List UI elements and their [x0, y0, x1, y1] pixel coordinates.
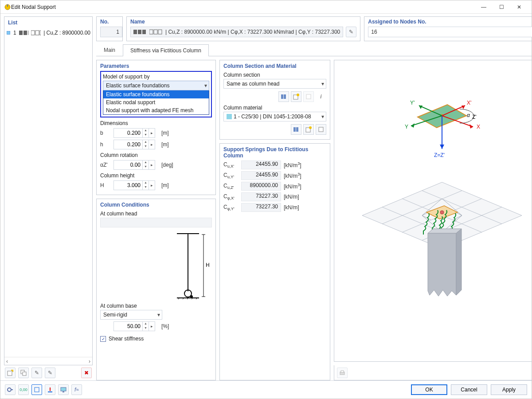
- h-step[interactable]: ▸: [149, 140, 155, 149]
- support-icon: [47, 387, 53, 393]
- tab-stiffness[interactable]: Stiffness via Fictitious Column: [123, 44, 209, 56]
- svg-rect-16: [154, 30, 157, 34]
- edit-button-1[interactable]: ✎: [31, 368, 42, 378]
- model-option-1[interactable]: Elastic nodal support: [103, 98, 209, 106]
- delete-icon: ✖: [84, 370, 89, 376]
- svg-rect-9: [8, 371, 12, 376]
- edit-name-button[interactable]: ✎: [346, 27, 356, 37]
- view-3-button[interactable]: [58, 384, 69, 395]
- tabs: Main Stiffness via Fictitious Column: [96, 44, 532, 56]
- delete-item-button[interactable]: ✖: [81, 368, 92, 378]
- spring-row: Cu,Z' 8900000.00 [kN/m3]: [223, 182, 326, 191]
- h-spinner[interactable]: ▲▼: [143, 140, 149, 149]
- base-condition-combo[interactable]: Semi-rigid ▾: [100, 310, 162, 320]
- model-option-2[interactable]: Nodal support with adapted FE mesh: [103, 106, 209, 114]
- base-pct-spinner[interactable]: ▲▼: [143, 321, 149, 331]
- close-button[interactable]: ✕: [510, 1, 528, 13]
- preview-print-button[interactable]: [337, 368, 348, 378]
- monitor-icon: [60, 387, 66, 393]
- apply-button[interactable]: Apply: [491, 384, 527, 395]
- svg-rect-17: [158, 30, 162, 34]
- base-pct-step[interactable]: ▸: [149, 321, 155, 331]
- az-unit: [deg]: [161, 162, 173, 168]
- constraint-icons-2: [31, 30, 41, 35]
- list-item-text: | Cu,Z : 8900000.00: [43, 30, 90, 36]
- parameters-title: Parameters: [100, 63, 212, 69]
- cs-edit-button: [303, 91, 314, 102]
- mat-edit-button[interactable]: [316, 124, 326, 135]
- conditions-section: Column Conditions At column head: [96, 199, 216, 380]
- support-fixity-icon: [6, 30, 11, 36]
- tab-main[interactable]: Main: [96, 44, 123, 56]
- H-unit: [m]: [161, 182, 169, 188]
- az-step[interactable]: ▸: [149, 160, 155, 170]
- list-item[interactable]: 1 | Cu,Z : 8900000.00: [6, 29, 90, 36]
- cs-library-button[interactable]: [278, 91, 289, 102]
- preview-3d[interactable]: X X' Y Y' Z=Z' αZ': [334, 60, 532, 362]
- b-step[interactable]: ▸: [149, 128, 155, 138]
- cs-new-button[interactable]: [291, 91, 301, 102]
- material-combo[interactable]: 1 - C25/30 | DIN 1045-1:2008-08 ▾: [223, 112, 326, 121]
- view-1-button[interactable]: [31, 384, 42, 395]
- mat-library-button[interactable]: [291, 124, 301, 135]
- svg-rect-2: [7, 31, 10, 34]
- az-spinner[interactable]: ▲▼: [143, 160, 149, 170]
- list-panel: List 1 | Cu,Z : 8900000.00 ‹›: [4, 16, 93, 365]
- no-input[interactable]: [100, 27, 122, 37]
- axis-xp-label: X': [467, 100, 471, 106]
- b-spinner[interactable]: ▲▼: [143, 128, 149, 138]
- svg-rect-13: [138, 30, 141, 34]
- view-icon: [34, 387, 40, 393]
- spring-unit: [kN/m]: [284, 194, 299, 200]
- spring-row: Cu,Y' 24455.90 [kN/m3]: [223, 171, 326, 180]
- b-unit: [m]: [161, 130, 169, 136]
- H-label: H: [100, 182, 110, 188]
- model-dropdown[interactable]: Elastic surface foundations Elastic noda…: [103, 90, 209, 115]
- shear-checkbox[interactable]: ✓: [100, 336, 106, 342]
- az-input[interactable]: [113, 160, 143, 170]
- view-4-button[interactable]: f≈: [71, 384, 82, 395]
- new-item-button[interactable]: [5, 368, 16, 378]
- assigned-input[interactable]: 16: [368, 27, 532, 37]
- edit-button-2[interactable]: ✎: [45, 368, 55, 378]
- spring-value: 73227.30: [241, 203, 281, 212]
- model-option-0[interactable]: Elastic surface foundations: [103, 90, 209, 98]
- shear-stiffness-row[interactable]: ✓ Shear stiffness: [100, 336, 212, 342]
- minimize-button[interactable]: —: [475, 1, 493, 13]
- list-hscroll[interactable]: ‹›: [4, 357, 92, 365]
- constraint-icons-1: [19, 30, 29, 35]
- svg-marker-55: [440, 145, 444, 149]
- view-2-button[interactable]: [45, 384, 55, 395]
- svg-marker-75: [456, 229, 462, 295]
- spring-unit: [kN/m3]: [284, 183, 301, 190]
- chevron-down-icon: ▾: [204, 82, 207, 89]
- help-button[interactable]: [5, 384, 16, 395]
- base-pct-input[interactable]: [113, 321, 143, 331]
- svg-rect-1: [7, 4, 8, 7]
- H-step[interactable]: ▸: [149, 180, 155, 190]
- copy-item-button[interactable]: [18, 368, 29, 378]
- model-combo[interactable]: Elastic surface foundations ▾: [103, 81, 209, 90]
- column-section-panel: Column Section and Material Column secti…: [219, 60, 330, 140]
- ok-button[interactable]: OK: [411, 384, 447, 395]
- units-button[interactable]: 0,00: [18, 384, 29, 395]
- list-body[interactable]: 1 | Cu,Z : 8900000.00: [4, 28, 92, 357]
- no-label: No.: [100, 19, 119, 25]
- h-input[interactable]: [113, 140, 143, 149]
- axis-x-label: X: [477, 124, 480, 130]
- spring-label: Cu,Y': [223, 172, 239, 179]
- svg-rect-37: [306, 94, 311, 99]
- mat-new-button[interactable]: [303, 124, 314, 135]
- H-input[interactable]: [113, 180, 143, 190]
- edit-icon: [305, 94, 312, 100]
- name-display: | Cu,Z : 8900000.00 kN/m | Cφ,X : 73227.…: [130, 27, 343, 37]
- cs-info-button[interactable]: i: [316, 91, 326, 102]
- H-spinner[interactable]: ▲▼: [143, 180, 149, 190]
- cancel-button[interactable]: Cancel: [451, 384, 487, 395]
- printer-icon: [339, 370, 345, 376]
- maximize-button[interactable]: ☐: [493, 1, 510, 13]
- cs-combo[interactable]: Same as column head ▾: [223, 79, 326, 89]
- function-icon: f≈: [74, 387, 79, 393]
- b-input[interactable]: [113, 128, 143, 138]
- copy-icon: [20, 370, 27, 376]
